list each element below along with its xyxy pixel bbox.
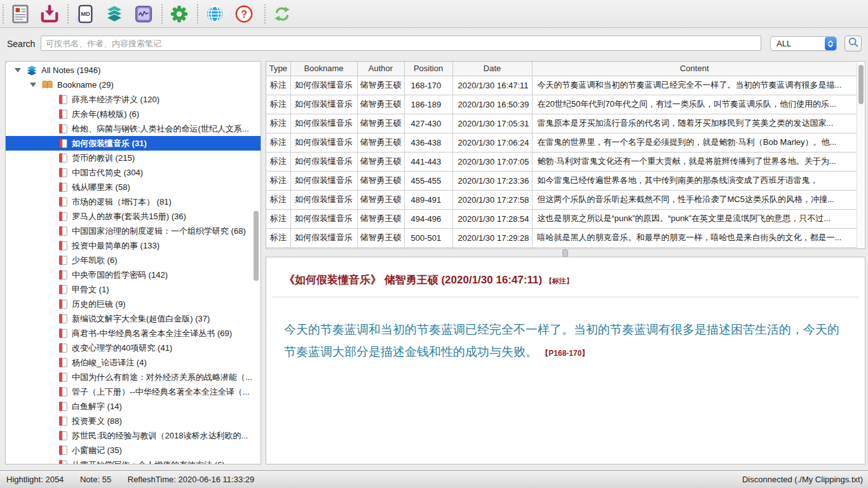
table-scrollbar-thumb[interactable] <box>858 65 864 104</box>
import-button[interactable] <box>37 2 62 26</box>
svg-text:MD: MD <box>81 11 90 17</box>
sidebar-item-all-notes[interactable]: All Notes (1946) <box>6 63 261 78</box>
sidebar-book-item[interactable]: 历史的巨镜 (9) <box>6 297 261 311</box>
layers-button[interactable] <box>102 2 127 26</box>
cell-position: 500-501 <box>404 228 452 247</box>
help-button[interactable]: ? <box>231 2 257 26</box>
table-scrollbar[interactable] <box>857 62 864 248</box>
cell-content: 嘻哈就是黑人的朋克音乐。和最早的朋克一样，嘻哈也是来自街头的文化，都是一... <box>532 228 857 247</box>
column-header-content[interactable]: Content <box>532 62 857 76</box>
sidebar-book-item[interactable]: 枪炮、病菌与钢铁:人类社会的命运(世纪人文系... <box>6 121 261 136</box>
sidebar-book-item[interactable]: 中国国家治理的制度逻辑：一个组织学研究 (68) <box>6 224 261 238</box>
red-book-icon <box>59 124 67 133</box>
sidebar-book-item[interactable]: 苏世民:我的经验与教训（2018读桥水达利欧的... <box>6 428 261 443</box>
stats-icon <box>134 4 153 24</box>
stats-button[interactable] <box>131 2 156 26</box>
table-row[interactable]: 标注如何假装懂音乐储智勇王硕436-4382020/1/30 17:06:24在… <box>266 133 857 152</box>
search-icon <box>848 37 859 50</box>
cell-bookname: 如何假装懂音乐 <box>290 133 357 152</box>
sidebar-item-bookname[interactable]: Bookname (29) <box>6 78 261 92</box>
red-book-icon <box>59 241 67 250</box>
sidebar-book-item[interactable]: 从零开始学写作：个人增值的有效方法 (6) <box>6 458 261 464</box>
table-row[interactable]: 标注如何假装懂音乐储智勇王硕427-4302020/1/30 17:05:31雷… <box>266 114 857 133</box>
disclosure-triangle-icon[interactable] <box>15 68 21 72</box>
sidebar-book-item[interactable]: 中央帝国的哲学密码 (142) <box>6 268 261 282</box>
red-book-icon <box>59 255 67 265</box>
cell-date: 2020/1/30 17:05:31 <box>452 114 532 133</box>
cell-bookname: 如何假装懂音乐 <box>290 171 357 190</box>
sidebar-book-item[interactable]: 货币的教训 (215) <box>6 151 261 165</box>
red-book-icon <box>59 387 67 396</box>
sidebar-book-item[interactable]: 少年凯歌 (6) <box>6 253 261 268</box>
filter-select[interactable]: ALL <box>770 36 837 51</box>
search-button[interactable] <box>844 36 862 51</box>
cell-position: 186-189 <box>404 95 452 114</box>
search-input[interactable] <box>41 36 761 51</box>
sidebar-book-item[interactable]: 甲骨文 (1) <box>6 282 261 297</box>
sidebar-book-item[interactable]: 投资要义 (88) <box>6 414 261 428</box>
note-type-tag: 【标注】 <box>545 277 573 285</box>
table-row[interactable]: 标注如何假装懂音乐储智勇王硕489-4912020/1/30 17:27:58但… <box>266 190 857 209</box>
sidebar-book-item[interactable]: 钱从哪里来 (58) <box>6 180 261 194</box>
sidebar-book-item[interactable]: 薛兆丰经济学讲义 (120) <box>6 92 261 107</box>
disclosure-triangle-icon[interactable] <box>30 83 36 87</box>
refresh-button[interactable] <box>269 2 295 26</box>
settings-button[interactable] <box>166 2 192 26</box>
cell-date: 2020/1/30 16:47:11 <box>452 76 532 95</box>
table-row[interactable]: 标注如何假装懂音乐储智勇王硕494-4962020/1/30 17:28:54这… <box>266 209 857 228</box>
notes-icon <box>11 4 30 24</box>
cell-date: 2020/1/30 17:06:24 <box>452 133 532 152</box>
sidebar-scrollbar-thumb[interactable] <box>254 211 259 281</box>
markdown-export-button[interactable]: MD <box>72 2 98 26</box>
sidebar-book-label: 罗马人的故事(套装共15册) (36) <box>72 211 186 222</box>
cell-type: 标注 <box>266 152 290 171</box>
cell-author: 储智勇王硕 <box>357 133 404 152</box>
sidebar-book-label: 新编说文解字大全集(超值白金版) (37) <box>72 313 210 325</box>
globe-button[interactable] <box>202 2 227 26</box>
sidebar-book-item[interactable]: 小窗幽记 (35) <box>6 443 261 458</box>
red-book-icon <box>59 197 67 207</box>
column-header-position[interactable]: Position <box>404 62 452 76</box>
sidebar-book-item[interactable]: 改变心理学的40项研究 (41) <box>6 341 261 355</box>
cell-author: 储智勇王硕 <box>357 114 404 133</box>
table-row[interactable]: 标注如何假装懂音乐储智勇王硕500-5012020/1/30 17:29:28嘻… <box>266 228 857 247</box>
sidebar-book-item[interactable]: 投资中最简单的事 (133) <box>6 238 261 253</box>
cell-content: 鲍勃·马利对雷鬼文化还有一个重大贡献，就是将脏辫传播到了世界各地。关于为... <box>532 152 857 171</box>
cell-bookname: 如何假装懂音乐 <box>290 209 357 228</box>
red-book-icon <box>59 358 67 367</box>
red-book-icon <box>59 299 67 309</box>
sidebar-book-label: 杨伯峻_论语译注 (4) <box>72 357 147 369</box>
sidebar-book-item[interactable]: 商君书-中华经典名著全本全注全译丛书 (69) <box>6 326 261 341</box>
column-header-type[interactable]: Type <box>266 62 290 76</box>
sidebar-book-item[interactable]: 白鱼解字 (14) <box>6 399 261 414</box>
sidebar-book-item[interactable]: 庆余年(精校版) (6) <box>6 107 261 121</box>
table-row[interactable]: 标注如何假装懂音乐储智勇王硕455-4552020/1/30 17:23:36如… <box>266 171 857 190</box>
sidebar-book-label: 白鱼解字 (14) <box>72 401 122 412</box>
sidebar-book-label: 甲骨文 (1) <box>72 284 109 295</box>
cell-bookname: 如何假装懂音乐 <box>290 95 357 114</box>
sidebar-book-label: 薛兆丰经济学讲义 (120) <box>72 94 159 105</box>
note-position-tag: 【P168-170】 <box>541 349 589 358</box>
sidebar-book-item[interactable]: 罗马人的故事(套装共15册) (36) <box>6 209 261 224</box>
sidebar-book-item[interactable]: 中国古代简史 (304) <box>6 165 261 180</box>
red-book-icon <box>59 182 67 192</box>
note-count: Note: 55 <box>80 475 111 484</box>
sidebar-book-item[interactable]: 市场的逻辑（增订本） (81) <box>6 194 261 209</box>
help-icon: ? <box>234 4 254 24</box>
sidebar-book-item[interactable]: 如何假装懂音乐 (31) <box>6 136 261 151</box>
table-row[interactable]: 标注如何假装懂音乐储智勇王硕441-4432020/1/30 17:07:05鲍… <box>266 152 857 171</box>
column-header-author[interactable]: Author <box>357 62 404 76</box>
column-header-bookname[interactable]: Bookname <box>290 62 357 76</box>
table-row[interactable]: 标注如何假装懂音乐储智勇王硕186-1892020/1/30 16:50:39在… <box>266 95 857 114</box>
sidebar-book-item[interactable]: 杨伯峻_论语译注 (4) <box>6 355 261 370</box>
cell-position: 168-170 <box>404 76 452 95</box>
column-header-date[interactable]: Date <box>452 62 532 76</box>
sidebar-book-item[interactable]: 新编说文解字大全集(超值白金版) (37) <box>6 311 261 326</box>
red-book-icon <box>59 139 67 148</box>
table-row[interactable]: 标注如何假装懂音乐储智勇王硕168-1702020/1/30 16:47:11今… <box>266 76 857 95</box>
notes-button[interactable] <box>8 2 33 26</box>
cell-author: 储智勇王硕 <box>357 209 404 228</box>
sidebar-book-item[interactable]: 中国为什么有前途：对外经济关系的战略潜能（... <box>6 370 261 384</box>
sidebar-book-label: 中国国家治理的制度逻辑：一个组织学研究 (68) <box>72 226 246 237</box>
sidebar-book-item[interactable]: 管子（上下册）--中华经典名著全本全注全译（... <box>6 384 261 399</box>
